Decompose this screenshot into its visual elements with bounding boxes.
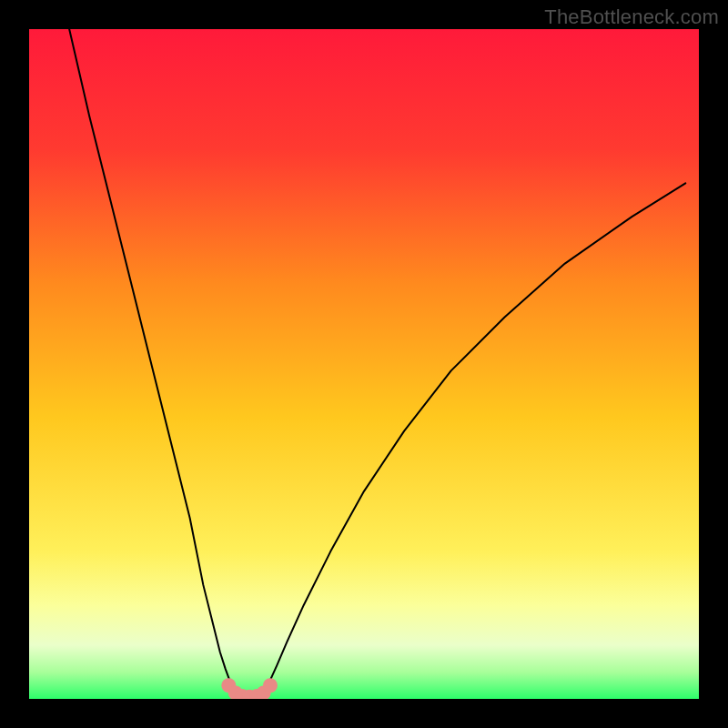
chart-svg-overlay — [29, 29, 699, 699]
curve-left-branch — [69, 29, 234, 690]
trough-marker — [263, 678, 278, 693]
watermark-text: TheBottleneck.com — [544, 5, 719, 29]
curve-right-branch — [265, 183, 685, 689]
chart-plot-area — [29, 29, 699, 699]
chart-frame: TheBottleneck.com — [0, 0, 728, 728]
